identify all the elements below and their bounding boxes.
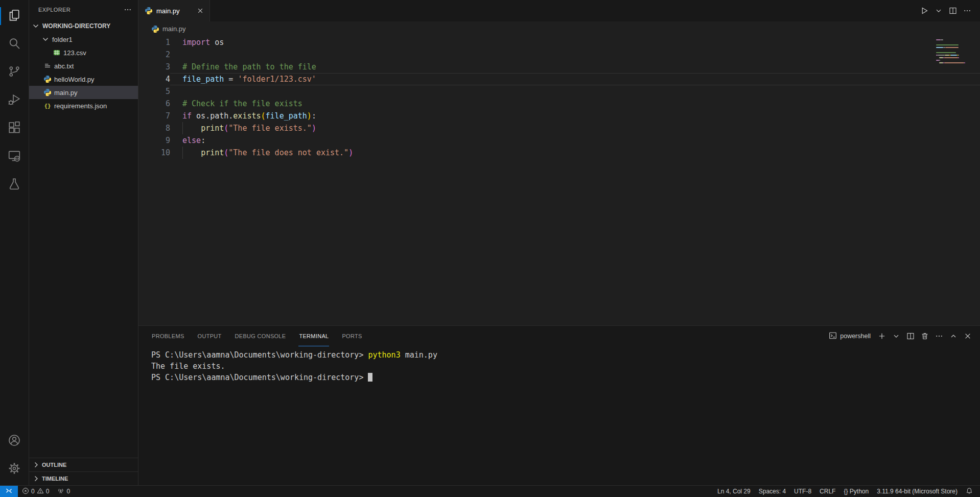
activitybar-source-control[interactable]: [0, 58, 29, 86]
run-dropdown-icon[interactable]: [933, 5, 944, 17]
warning-count: 0: [46, 488, 50, 495]
code-line[interactable]: 3# Define the path to the file: [138, 61, 980, 73]
panel-tab-ports[interactable]: PORTS: [341, 326, 362, 346]
activitybar-testing[interactable]: [0, 171, 29, 199]
code-token: (: [224, 148, 228, 157]
python-file-icon: [151, 25, 159, 33]
code-token: import: [182, 38, 210, 47]
code-line[interactable]: 9else:: [138, 134, 980, 147]
terminal-more-actions-button[interactable]: [933, 330, 945, 342]
tree-item-label: 123.csv: [63, 49, 86, 57]
terminal-output[interactable]: PS C:\Users\aamna\Documents\working-dire…: [138, 346, 980, 485]
code-line-text: # Check if the file exists: [170, 98, 980, 110]
tree-item-main-py[interactable]: main.py: [29, 86, 138, 99]
tree-item-helloworld-py[interactable]: helloWorld.py: [29, 73, 138, 86]
code-line[interactable]: 2: [138, 49, 980, 61]
line-number: 7: [138, 110, 170, 122]
activitybar-extensions[interactable]: [0, 114, 29, 143]
tab-close-icon[interactable]: [195, 6, 205, 16]
code-token: file_path: [266, 111, 307, 121]
problems-status-item[interactable]: 00: [18, 486, 53, 497]
panel-tabs: PROBLEMSOUTPUTDEBUG CONSOLETERMINALPORTS: [151, 326, 363, 346]
code-line-text: else:: [170, 134, 980, 147]
activitybar-accounts[interactable]: [0, 427, 29, 455]
explorer-sidebar: EXPLORER WORKING-DIRECTORYfolder1123.csv…: [29, 0, 138, 485]
panel-tab-problems[interactable]: PROBLEMS: [151, 326, 185, 346]
status-bar: 00 0 Ln 4, Col 29Spaces: 4UTF-8CRLF{} Py…: [0, 485, 980, 497]
code-line[interactable]: 6# Check if the file exists: [138, 98, 980, 110]
activitybar-run-and-debug[interactable]: [0, 86, 29, 114]
activitybar-remote-explorer[interactable]: [0, 143, 29, 171]
tree-item-label: requirements.json: [54, 102, 107, 110]
code-token: =: [224, 75, 238, 84]
breadcrumb: main.py: [138, 21, 980, 36]
status-indentation[interactable]: Spaces: 4: [755, 486, 790, 497]
new-terminal-button[interactable]: [876, 330, 888, 342]
sidebar-title: EXPLORER: [38, 7, 71, 13]
panel-tab-debug-console[interactable]: DEBUG CONSOLE: [235, 326, 287, 346]
line-number: 10: [138, 147, 170, 159]
line-number: 3: [138, 61, 170, 73]
code-token: os.path.: [192, 111, 233, 121]
close-panel-button[interactable]: [962, 330, 974, 342]
code-token: :: [312, 111, 316, 121]
activitybar-explorer[interactable]: [0, 2, 29, 30]
code-line[interactable]: 1import os: [138, 36, 980, 49]
code-line[interactable]: 8 print("The file exists."): [138, 122, 980, 134]
code-editor[interactable]: 1import os23# Define the path to the fil…: [138, 36, 980, 325]
status-python-interpreter[interactable]: 3.11.9 64-bit (Microsoft Store): [873, 486, 962, 497]
minimap-token: [939, 57, 943, 58]
remote-indicator[interactable]: [0, 486, 18, 497]
code-line[interactable]: 10 print("The file does not exist."): [138, 147, 980, 159]
panel-tab-terminal[interactable]: TERMINAL: [298, 326, 329, 346]
sidebar-section-timeline[interactable]: TIMELINE: [29, 471, 138, 485]
explorer-more-actions-icon[interactable]: [123, 5, 133, 15]
tree-item-folder1[interactable]: folder1: [29, 33, 138, 46]
activitybar-settings[interactable]: [0, 455, 29, 483]
remote-explorer-icon: [8, 149, 21, 164]
editor-more-actions-icon[interactable]: [962, 5, 973, 17]
terminal-profile-label: powershell: [840, 333, 871, 340]
maximize-panel-button[interactable]: [947, 330, 960, 342]
breadcrumb-item-file[interactable]: main.py: [162, 25, 186, 33]
kill-terminal-button[interactable]: [919, 330, 931, 342]
editor-group: main.py main.py 1import os23# Define the…: [138, 0, 980, 485]
sidebar-sections: OUTLINETIMELINE: [29, 458, 138, 485]
sidebar-section-outline[interactable]: OUTLINE: [29, 458, 138, 471]
launch-profile-button[interactable]: [890, 330, 902, 342]
python-file-icon: [43, 88, 52, 97]
status-cursor-position[interactable]: Ln 4, Col 29: [713, 486, 755, 497]
tree-root-label: WORKING-DIRECTORY: [42, 22, 110, 30]
tab-main-py[interactable]: main.py: [138, 0, 210, 21]
terminal-profile-item[interactable]: powershell: [826, 332, 874, 341]
minimap-line: [936, 39, 972, 40]
status-language-mode[interactable]: {} Python: [839, 486, 873, 497]
tree-item-requirements-json[interactable]: {}requirements.json: [29, 99, 138, 112]
forwarded-ports-status-item[interactable]: 0: [53, 486, 74, 497]
code-token: 'folder1/123.csv': [238, 75, 316, 84]
vscode-window: EXPLORER WORKING-DIRECTORYfolder1123.csv…: [0, 0, 980, 497]
line-number: 8: [138, 122, 170, 134]
minimap[interactable]: [936, 39, 972, 64]
minimap-token: [944, 57, 958, 58]
split-editor-icon[interactable]: [947, 5, 959, 17]
code-line[interactable]: 4file_path = 'folder1/123.csv': [138, 73, 980, 85]
code-line[interactable]: 7if os.path.exists(file_path):: [138, 110, 980, 122]
tree-item-123-csv[interactable]: 123.csv: [29, 46, 138, 59]
status-encoding[interactable]: UTF-8: [790, 486, 815, 497]
code-line[interactable]: 5: [138, 85, 980, 98]
status-eol[interactable]: CRLF: [815, 486, 839, 497]
beaker-icon: [8, 177, 21, 192]
run-python-file-button[interactable]: [919, 5, 930, 17]
panel-tab-output[interactable]: OUTPUT: [197, 326, 222, 346]
notifications-bell[interactable]: [962, 486, 980, 497]
code-line-text: file_path = 'folder1/123.csv': [170, 73, 980, 85]
sidebar-header: EXPLORER: [29, 0, 138, 19]
activitybar-search[interactable]: [0, 30, 29, 58]
tree-item-abc-txt[interactable]: abc.txt: [29, 59, 138, 73]
activity-bar-top: [0, 2, 29, 199]
section-label: TIMELINE: [42, 476, 68, 482]
tree-root-folder[interactable]: WORKING-DIRECTORY: [29, 19, 138, 33]
minimap-token: [950, 55, 958, 56]
split-terminal-button[interactable]: [904, 330, 917, 342]
